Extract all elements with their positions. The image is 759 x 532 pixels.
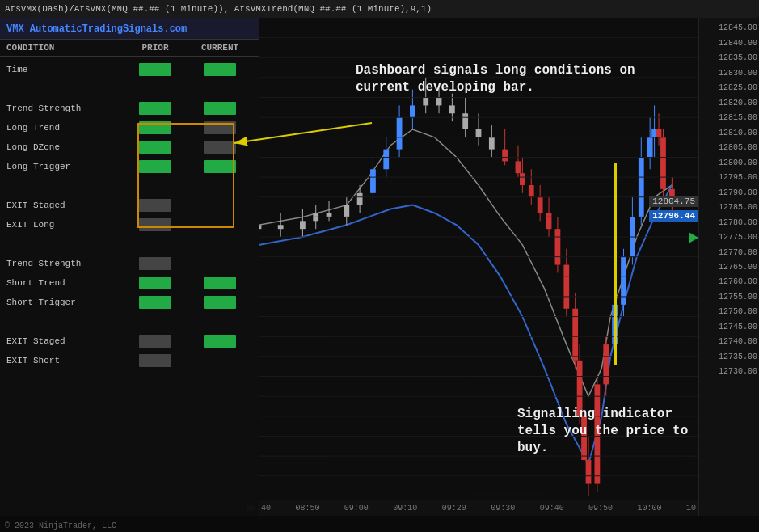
signal-box (139, 296, 171, 309)
row-label: Trend Strength (6, 259, 123, 268)
price-level: 12745.00 (719, 322, 757, 331)
signal-cell-prior (123, 62, 188, 77)
signal-cell-prior (123, 353, 188, 368)
row-label: EXIT Short (6, 356, 123, 365)
footer: © 2023 NinjaTrader, LLC (0, 520, 121, 532)
signal-cell-prior (123, 295, 188, 310)
price-level: 12830.00 (719, 68, 757, 77)
signal-cell-prior (123, 159, 188, 174)
title-bar: AtsVMX(Dash)/AtsVMX(MNQ ##.## (1 Minute)… (0, 0, 759, 18)
signal-box (139, 218, 171, 231)
signal-cell-prior (123, 334, 188, 348)
price-level: 12780.00 (719, 217, 757, 226)
dashboard-header: VMX AutomaticTradingSignals.com (0, 18, 259, 40)
signal-cell-current (188, 334, 252, 348)
signal-cell-prior (123, 315, 188, 329)
signal-box (204, 102, 236, 115)
time-label: 09:00 (344, 504, 369, 513)
dashboard-row (0, 312, 259, 331)
price-level: 12805.00 (719, 143, 757, 152)
signal-cell-current (188, 217, 252, 232)
signal-cell-prior (123, 179, 188, 193)
signal-box (139, 277, 171, 289)
price-level: 12840.00 (719, 38, 757, 47)
dashboard-row (0, 79, 259, 99)
signal-cell-current (188, 120, 252, 135)
brand-label: VMX AutomaticTradingSignals.com (6, 23, 187, 35)
signal-cell-current (188, 101, 252, 116)
signal-cell-prior (123, 101, 188, 116)
signal-cell-current (188, 353, 252, 368)
signal-box (204, 121, 236, 134)
dashboard-panel: VMX AutomaticTradingSignals.com CONDITIO… (0, 18, 259, 516)
dashboard-row: Short Trend (0, 273, 259, 293)
time-label: 08:50 (295, 504, 319, 513)
row-label: Trend Strength (6, 103, 123, 113)
signal-box (204, 296, 236, 309)
time-label: 09:40 (540, 504, 564, 513)
row-label: EXIT Long (6, 220, 123, 230)
dashboard-body: TimeTrend StrengthLong TrendLong DZoneLo… (0, 57, 259, 516)
dashboard-row: EXIT Long (0, 215, 259, 234)
price-level: 12800.00 (719, 158, 757, 167)
signal-box (204, 277, 236, 289)
dashboard-row: EXIT Staged (0, 196, 259, 215)
signal-box (139, 160, 171, 173)
signal-box (139, 102, 171, 115)
bid-price-label: 12804.75 (649, 196, 698, 207)
price-level: 12765.00 (719, 263, 757, 272)
price-level: 12795.00 (719, 173, 757, 182)
dashboard-row: Long Trigger (0, 157, 259, 176)
signal-cell-prior (123, 82, 188, 96)
signal-box (204, 335, 236, 348)
price-level: 12770.00 (719, 247, 757, 256)
dashboard-row: Trend Strength (0, 99, 259, 118)
column-headers: CONDITION PRIOR CURRENT (0, 40, 259, 57)
price-level: 12785.00 (719, 203, 757, 212)
signal-cell-current (188, 179, 252, 193)
row-label: Short Trigger (6, 298, 123, 307)
price-level: 12835.00 (719, 53, 757, 62)
price-level: 12820.00 (719, 98, 757, 107)
price-level: 12815.00 (719, 113, 757, 122)
dashboard-row: Short Trigger (0, 293, 259, 312)
yellow-signal-line (614, 163, 617, 365)
time-label: 09:30 (491, 504, 515, 513)
prior-header: PRIOR (123, 43, 188, 53)
price-level: 12735.00 (719, 352, 757, 361)
signal-cell-current (188, 62, 252, 77)
signal-box (204, 160, 236, 173)
signal-cell-current (188, 198, 252, 213)
price-scale: 12845.0012840.0012835.0012830.0012825.00… (698, 18, 759, 516)
dashboard-row: EXIT Staged (0, 331, 259, 351)
signal-cell-current (188, 256, 252, 271)
row-label: Long Trend (6, 123, 123, 133)
row-label: Long Trigger (6, 162, 123, 171)
dashboard-row: Long Trend (0, 118, 259, 137)
signal-box (139, 141, 171, 154)
price-level: 12790.00 (719, 188, 757, 196)
signal-cell-prior (123, 120, 188, 135)
row-label: EXIT Staged (6, 336, 123, 346)
signal-cell-prior (123, 217, 188, 232)
row-label: EXIT Staged (6, 201, 123, 210)
green-triangle-indicator (689, 232, 698, 243)
signal-box (139, 354, 171, 367)
time-label: 09:20 (442, 504, 466, 513)
price-level: 12755.00 (719, 292, 757, 301)
signal-box (139, 199, 171, 212)
signal-box (204, 141, 236, 154)
time-label: 10:00 (638, 504, 662, 513)
signal-box (204, 63, 236, 76)
time-label: 09:10 (393, 504, 417, 513)
signal-cell-current (188, 276, 252, 290)
dashboard-row (0, 176, 259, 196)
chart-title: AtsVMX(Dash)/AtsVMX(MNQ ##.## (1 Minute)… (5, 4, 432, 14)
row-label: Time (6, 65, 123, 74)
signal-box (139, 121, 171, 134)
condition-header: CONDITION (6, 43, 123, 53)
dashboard-row: Time (0, 60, 259, 79)
price-level: 12750.00 (719, 307, 757, 316)
signal-cell-current (188, 295, 252, 310)
signal-cell-prior (123, 237, 188, 251)
